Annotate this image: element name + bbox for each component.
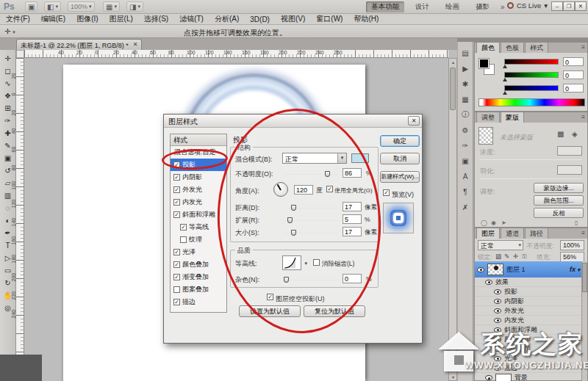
visibility-eye-icon[interactable] — [494, 308, 501, 313]
mask-link-icon[interactable]: ➤ — [501, 219, 506, 226]
panel-menu-icon[interactable]: ≡ — [581, 230, 585, 236]
mask-edge-button[interactable]: 蒙版边缘... — [534, 183, 584, 193]
minimize-button[interactable]: – — [551, 1, 563, 11]
move-tool-icon[interactable]: ✛ — [1, 52, 15, 65]
panel-tab[interactable]: 路径 — [525, 228, 548, 239]
style-checkbox[interactable]: ✓ — [173, 299, 180, 305]
panel-menu-icon[interactable]: ≡ — [581, 114, 585, 120]
info-icon[interactable]: ⓘ — [459, 109, 471, 120]
style-checkbox[interactable]: ✓ — [173, 174, 180, 181]
color-range-button[interactable]: 颜色范围... — [534, 195, 584, 206]
lock-all-icon[interactable]: ⚿ — [522, 253, 526, 261]
menu-item[interactable]: 滤镜(T) — [179, 14, 204, 24]
style-checkbox[interactable]: ✓ — [173, 249, 180, 255]
feather-value[interactable] — [557, 165, 582, 175]
feather-slider[interactable] — [480, 178, 582, 179]
visibility-eye-icon[interactable] — [485, 280, 492, 285]
visibility-eye-icon[interactable] — [494, 318, 501, 323]
dialog-close-button[interactable]: ✕ — [408, 116, 420, 126]
panel-tab[interactable]: 色板 — [501, 42, 524, 53]
style-checkbox[interactable]: ✓ — [180, 224, 187, 231]
zoom-level[interactable]: 100%▾ — [68, 1, 95, 12]
tab-close-icon[interactable]: ✕ — [133, 41, 138, 50]
layer-thumbnail[interactable] — [487, 264, 503, 275]
document-tab[interactable]: 未标题-1 @ 22.2% (图层 1, RGB/8) * ✕ — [16, 39, 142, 50]
visibility-eye-icon[interactable] — [494, 289, 501, 294]
layer-effect-row[interactable]: 投影 — [475, 287, 583, 297]
style-checkbox[interactable]: ✓ — [173, 199, 180, 206]
scrollbar-thumb[interactable] — [450, 68, 456, 110]
style-list-item[interactable]: 图案叠加 — [171, 283, 226, 296]
bridge-icon[interactable]: ▣ — [25, 1, 37, 12]
delete-mask-icon[interactable]: ▯ — [575, 219, 578, 226]
preview-checkbox[interactable]: ✓ — [383, 189, 390, 196]
new-style-button[interactable]: 新建样式(W)... — [380, 171, 420, 183]
arrange-documents-icon[interactable]: ▦▾ — [103, 1, 120, 12]
style-list-item[interactable]: ✓ 渐变叠加 — [171, 271, 226, 283]
layer-effect-row[interactable]: 内发光 — [475, 316, 583, 325]
review-mode-icon[interactable]: ▶ — [459, 63, 471, 73]
layer-effect-row[interactable]: 内阴影 — [475, 297, 583, 306]
style-checkbox[interactable]: ✓ — [173, 186, 180, 193]
menu-item[interactable]: 编辑(E) — [41, 14, 65, 24]
mask-view-icon[interactable]: ◯ — [481, 219, 487, 226]
style-checkbox[interactable]: ✓ — [173, 274, 180, 280]
panel-tab[interactable]: 蒙版 — [501, 112, 524, 123]
menu-item[interactable]: 视图(V) — [281, 14, 305, 24]
scroll-up-icon[interactable]: ▴ — [450, 59, 456, 65]
add-pixel-mask-icon[interactable]: ▩ — [557, 130, 564, 138]
menu-item[interactable]: 选择(S) — [144, 14, 168, 24]
workspace-button[interactable]: 绘画 — [440, 1, 465, 12]
restore-button[interactable]: ❐ — [563, 1, 575, 11]
invert-button[interactable]: 反相 — [534, 208, 584, 218]
blend-mode-select[interactable]: 正常▾ — [478, 240, 523, 250]
menu-item[interactable]: 图像(I) — [76, 14, 98, 24]
panel-tab[interactable]: 样式 — [525, 42, 548, 53]
workspace-button[interactable]: 设计 — [410, 1, 434, 12]
slider-thumb[interactable] — [503, 91, 507, 95]
menu-item[interactable]: 窗口(W) — [316, 14, 343, 24]
foreground-color-swatch[interactable] — [479, 59, 489, 68]
opacity-value[interactable]: 100% — [560, 240, 584, 250]
screen-mode-icon[interactable]: ◨▾ — [126, 1, 143, 12]
lock-transparency-icon[interactable]: ▨ — [495, 253, 501, 260]
style-list-item[interactable]: ✓ 光泽 — [171, 246, 226, 258]
workspace-button[interactable]: 摄影 — [470, 1, 495, 12]
green-value[interactable]: 0 — [563, 70, 584, 79]
lock-pixels-icon[interactable]: ✎ — [504, 253, 509, 260]
close-button[interactable]: ✕ — [575, 1, 587, 11]
tool-presets-icon[interactable]: ⚙ — [459, 125, 471, 135]
style-checkbox[interactable] — [180, 236, 187, 243]
clone-source-icon[interactable]: ▣ — [459, 156, 471, 166]
panel-menu-icon[interactable]: ≡ — [581, 44, 585, 51]
ok-button[interactable]: 确定 — [380, 135, 420, 147]
mask-enable-icon[interactable]: ◉ — [491, 219, 496, 226]
lock-position-icon[interactable]: ✛ — [513, 253, 518, 260]
workspace-button[interactable]: 基本功能 — [366, 1, 404, 12]
red-slider[interactable] — [504, 59, 559, 65]
paragraph-icon[interactable]: ¶ — [459, 186, 471, 197]
layer-row-selected[interactable]: 图层 1 fx ▾ — [475, 261, 583, 277]
blue-slider[interactable] — [504, 85, 559, 91]
visibility-eye-icon[interactable] — [477, 267, 484, 272]
cs-live-button[interactable]: CS Live ▾ — [507, 1, 548, 10]
color-spectrum-ramp[interactable] — [478, 98, 585, 106]
density-slider[interactable] — [480, 159, 582, 160]
move-tool-options-icon[interactable]: ✛ ▾ — [4, 27, 15, 35]
density-value[interactable] — [557, 146, 582, 156]
add-vector-mask-icon[interactable]: ◈ — [572, 130, 578, 138]
green-slider[interactable] — [504, 72, 559, 78]
fill-value[interactable]: 56% — [560, 252, 584, 262]
adjustments-icon[interactable]: ✱ — [459, 79, 471, 89]
style-checkbox[interactable]: ✓ — [173, 261, 180, 268]
eyedropper-tool-icon[interactable]: ✑ — [1, 115, 15, 127]
red-value[interactable]: 0 — [563, 57, 584, 66]
layer-effect-row[interactable]: 外发光 — [475, 306, 583, 316]
slider-thumb[interactable] — [503, 65, 507, 68]
style-list-item[interactable]: ✓ 颜色叠加 — [171, 258, 226, 271]
style-list-item[interactable]: ✓ 描边 — [171, 296, 226, 308]
menu-item[interactable]: 文件(F) — [6, 14, 30, 24]
panel-tab[interactable]: 调整 — [476, 112, 500, 123]
menu-item[interactable]: 图层(L) — [110, 14, 133, 24]
brush-presets-icon[interactable]: ✑ — [459, 140, 471, 150]
